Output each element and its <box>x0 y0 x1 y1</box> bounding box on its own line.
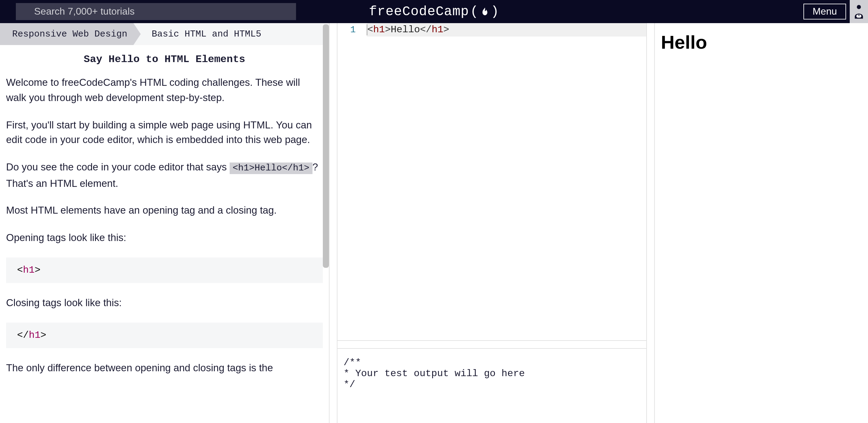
panel-resizer[interactable] <box>329 23 337 423</box>
code-tok: Hello <box>391 24 420 35</box>
fire-icon <box>480 6 490 17</box>
menu-button[interactable]: Menu <box>803 4 846 20</box>
panel-resizer[interactable] <box>646 23 655 423</box>
breadcrumb-section[interactable]: Basic HTML and HTML5 <box>133 23 271 45</box>
instructions-panel: Responsive Web Design Basic HTML and HTM… <box>0 23 329 423</box>
logo[interactable]: freeCodeCamp() <box>369 4 499 19</box>
code-tok: h1 <box>432 24 443 35</box>
breadcrumb: Responsive Web Design Basic HTML and HTM… <box>0 23 329 45</box>
avatar[interactable] <box>850 0 868 23</box>
code-block: <h1> <box>6 257 323 283</box>
code-tok: h1 <box>373 24 385 35</box>
line-number: 1 <box>337 25 367 35</box>
logo-paren-close: ) <box>491 4 499 19</box>
inline-code: <h1>Hello</h1> <box>230 163 312 174</box>
desc-para: First, you'll start by building a simple… <box>6 117 323 147</box>
challenge-title: Say Hello to HTML Elements <box>0 45 329 75</box>
preview-heading: Hello <box>661 32 862 54</box>
scrollbar-thumb[interactable] <box>323 24 329 268</box>
code-line[interactable]: <h1>Hello</h1> <box>367 23 646 36</box>
code-tag: h1 <box>29 330 40 340</box>
user-icon <box>853 3 865 20</box>
scrollbar[interactable] <box>323 23 329 423</box>
desc-para: Welcome to freeCodeCamp's HTML coding ch… <box>6 75 323 105</box>
desc-para: Most HTML elements have an opening tag a… <box>6 203 323 218</box>
logo-text: freeCodeCamp <box>369 4 469 19</box>
desc-para: Opening tags look like this: <box>6 230 323 245</box>
desc-para: Do you see the code in your code editor … <box>6 159 323 191</box>
test-output: /** * Your test output will go here */ <box>337 349 646 423</box>
preview-panel: Hello <box>655 23 868 423</box>
desc-text: Do you see the code in your code editor … <box>6 161 230 172</box>
instructions-scroll[interactable]: Say Hello to HTML Elements Welcome to fr… <box>0 45 329 423</box>
code-block: </h1> <box>6 322 323 348</box>
top-nav: freeCodeCamp() Menu <box>0 0 868 23</box>
desc-para: The only difference between opening and … <box>6 360 323 375</box>
desc-para: Closing tags look like this: <box>6 295 323 311</box>
breadcrumb-course[interactable]: Responsive Web Design <box>0 23 133 45</box>
panel-resizer-horizontal[interactable] <box>337 340 646 349</box>
code-editor[interactable]: 1 <h1>Hello</h1> <box>337 23 646 340</box>
code-tag: h1 <box>23 265 34 276</box>
search-input[interactable] <box>16 3 296 20</box>
logo-paren: ( <box>470 4 478 19</box>
svg-point-2 <box>857 5 861 9</box>
